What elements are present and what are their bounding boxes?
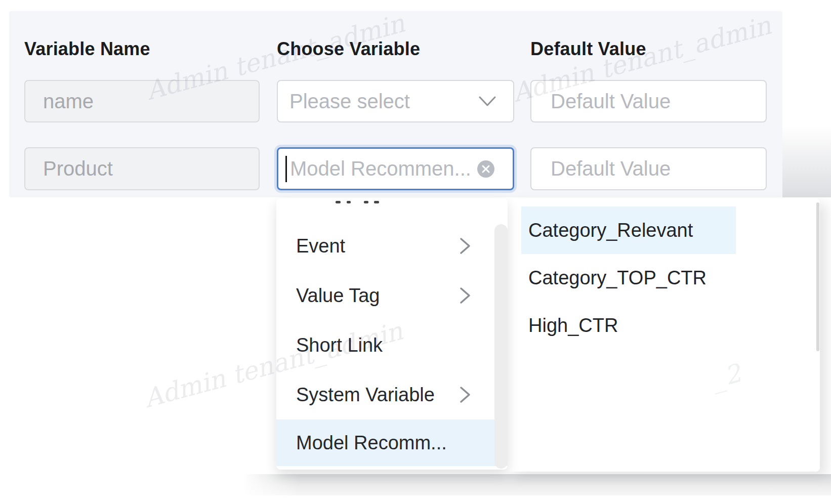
cascader-submenu: Category_Relevant Category_TOP_CTR High_…: [508, 198, 820, 472]
select-value-row2: Model Recommen...: [290, 157, 471, 180]
submenu-item-category-relevant-active[interactable]: Category_Relevant: [521, 206, 736, 254]
default-value-placeholder-row2: Default Value: [551, 157, 671, 180]
default-value-input-row2[interactable]: Default Value: [530, 147, 767, 190]
menu-item-short-link[interactable]: Short Link: [276, 320, 508, 370]
menu-item-system-variable[interactable]: System Variable: [276, 370, 508, 419]
choose-variable-select-row1[interactable]: Please select: [277, 80, 514, 122]
menu-item-label: Value Tag: [296, 285, 380, 307]
menu-item-model-recommend-active[interactable]: Model Recomm...: [276, 419, 508, 466]
variable-name-input-row2[interactable]: Product: [24, 147, 260, 190]
clipped-option-remnant: [336, 201, 396, 204]
submenu-item-label: Category_TOP_CTR: [528, 267, 707, 289]
chevron-right-icon: [460, 287, 471, 304]
menu-item-label: Model Recomm...: [296, 432, 447, 454]
variable-name-input-row1[interactable]: name: [24, 80, 260, 122]
close-icon: [481, 164, 490, 174]
select-placeholder-row1: Please select: [289, 90, 410, 113]
submenu-item-high-ctr[interactable]: High_CTR: [521, 302, 736, 349]
cascader-menu: Event Value Tag Short Link System Variab…: [276, 198, 508, 470]
variable-name-value-row1: name: [43, 90, 94, 113]
clear-selection-button[interactable]: [477, 160, 494, 178]
submenu-item-label: Category_Relevant: [528, 220, 693, 241]
choose-variable-select-row2-focused[interactable]: Model Recommen...: [277, 147, 514, 190]
submenu-item-category-top-ctr[interactable]: Category_TOP_CTR: [521, 254, 736, 302]
variable-form-panel: Variable Name Choose Variable Default Va…: [9, 11, 782, 197]
shadow-fade: [243, 474, 299, 495]
default-value-placeholder-row1: Default Value: [551, 90, 671, 113]
default-value-label: Default Value: [530, 38, 646, 60]
menu-item-value-tag[interactable]: Value Tag: [276, 271, 508, 320]
chevron-right-icon: [460, 237, 471, 255]
screen: Variable Name Choose Variable Default Va…: [0, 0, 831, 504]
corner-shadow: [782, 125, 831, 197]
variable-name-label: Variable Name: [24, 38, 150, 60]
choose-variable-label: Choose Variable: [277, 38, 420, 60]
submenu-item-label: High_CTR: [528, 315, 618, 337]
text-caret: [285, 156, 287, 182]
default-value-input-row1[interactable]: Default Value: [530, 80, 767, 122]
chevron-down-icon: [479, 96, 496, 107]
dropdown-shadow-band: [243, 474, 831, 495]
menu-item-event[interactable]: Event: [276, 221, 508, 271]
menu-scrollbar[interactable]: [494, 224, 508, 469]
variable-name-value-row2: Product: [43, 157, 113, 180]
chevron-right-icon: [460, 386, 471, 403]
menu-item-label: Short Link: [296, 334, 383, 356]
menu-item-label: Event: [296, 235, 345, 257]
submenu-scrollbar[interactable]: [816, 202, 819, 351]
menu-item-label: System Variable: [296, 384, 435, 406]
chevron-right-icon: [460, 434, 471, 451]
